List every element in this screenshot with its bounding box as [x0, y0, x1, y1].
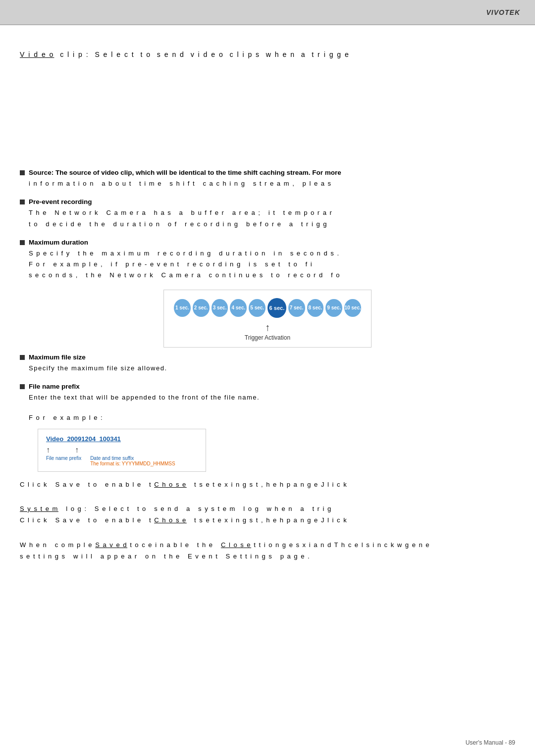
bullet-pre-event-title: Pre-event recording [29, 198, 92, 205]
bullet-file-prefix-title: File name prefix [29, 383, 80, 390]
sec-2: 2 sec. [193, 299, 210, 317]
arrow-suffix: ↑ [75, 446, 79, 454]
syslog-link: S y s t e m [20, 505, 58, 512]
bullet-max-filesize-title: Maximum file size [29, 353, 86, 361]
sec-6-active: 6 sec. [268, 298, 286, 318]
bullet-icon [20, 200, 25, 204]
sec-8: 8 sec. [307, 299, 324, 317]
filename-arrows: ↑ ↑ [46, 446, 198, 454]
trigger-arrow: ↑ [174, 322, 361, 333]
bullet-icon [20, 355, 25, 360]
filename-labels: File name prefix Date and time suffix Th… [46, 455, 198, 466]
bullet-icon [20, 384, 25, 389]
top-paragraph-text: c l i p : S e l e c t t o s e n d v i d … [60, 50, 350, 58]
filename-diagram: Video_20091204_100341 ↑ ↑ File name pref… [38, 429, 206, 472]
bullet-pre-event: Pre-event recording T h e N e t w o r k … [20, 198, 515, 229]
bullet-icon [20, 170, 25, 175]
bullet-source-body: i n f o r m a t i o n a b o u t t i m e … [29, 178, 515, 189]
bullet-source: Source: The source of video clip, which … [20, 169, 515, 189]
sec-4: 4 sec. [230, 299, 247, 317]
bullet-pre-event-body: T h e N e t w o r k C a m e r a h a s a … [29, 207, 515, 229]
sec-9: 9 sec. [325, 299, 342, 317]
filename-example-section: F o r e x a m p l e : Video_20091204_100… [29, 412, 515, 471]
top-paragraph: V i d e o c l i p : S e l e c t t o s e … [20, 49, 515, 60]
bottom-complete-line: W h e n c o m p l e S a v e d t o c e i … [20, 539, 515, 562]
image-spacer [20, 70, 515, 169]
sec-3: 3 sec. [212, 299, 228, 317]
footer-text: User's Manual - 89 [466, 739, 515, 746]
trigger-diagram: 1 sec. 2 sec. 3 sec. 4 sec. 5 sec. 6 sec… [163, 290, 372, 348]
seconds-row: 1 sec. 2 sec. 3 sec. 4 sec. 5 sec. 6 sec… [174, 298, 361, 318]
bullet-source-title: Source: The source of video clip, which … [29, 169, 341, 176]
arrow-prefix: ↑ [46, 446, 50, 454]
spacer1 [20, 495, 515, 503]
fn-format-label: The format is: YYYYMMDD_HHMMSS [90, 461, 175, 466]
brand-logo: VIVOTEK [486, 8, 520, 16]
bullet-max-duration-body: S p e c i f y t h e m a x i m u m r e c … [29, 248, 515, 281]
bullet-max-filesize: Maximum file size Specify the maximum fi… [20, 353, 515, 374]
sec-5: 5 sec. [249, 299, 266, 317]
video-link: V i d e o [20, 50, 54, 58]
bullet-file-prefix-body: Enter the text that will be appended to … [29, 392, 515, 403]
sec-10: 10 sec. [344, 299, 361, 317]
bullet-file-prefix: File name prefix Enter the text that wil… [20, 383, 515, 403]
trigger-label: Trigger Activation [174, 334, 361, 341]
main-content: V i d e o c l i p : S e l e c t t o s e … [0, 34, 535, 587]
bullet-max-filesize-body: Specify the maximum file size allowed. [29, 363, 515, 374]
filename-text: Video_20091204_100341 [46, 435, 198, 443]
fn-suffix-label: Date and time suffix [90, 455, 134, 461]
header-separator [0, 25, 535, 25]
bullet-icon [20, 240, 25, 245]
sec-7: 7 sec. [288, 299, 305, 317]
fn-prefix-label: File name prefix [46, 455, 81, 466]
spacer2 [20, 531, 515, 539]
page-footer: User's Manual - 89 [466, 739, 515, 746]
filename-example-intro: F o r e x a m p l e : [29, 412, 515, 423]
bottom-syslog-line: S y s t e m l o g : S e l e c t t o s e … [20, 503, 515, 526]
bullet-max-duration-title: Maximum duration [29, 239, 88, 246]
sec-1: 1 sec. [174, 299, 191, 317]
page-header: VIVOTEK [0, 0, 535, 25]
bottom-save-line1: C l i c k S a v e t o e n a b l e t C h … [20, 479, 515, 490]
bullet-max-duration: Maximum duration S p e c i f y t h e m a… [20, 239, 515, 281]
